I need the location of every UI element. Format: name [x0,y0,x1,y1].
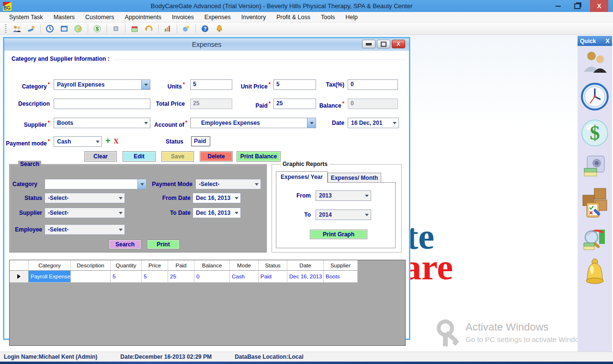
grid-cell-balance[interactable]: 0 [194,271,230,283]
reminder-bell-icon[interactable] [214,23,225,34]
search-panel-title: Search [18,161,41,167]
grid-column-header-mode[interactable]: Mode [230,260,259,271]
tab-expenses-year[interactable]: Expenses/ Year [276,171,328,183]
menu-item-masters[interactable]: Masters [48,12,80,22]
status-label: Status [148,138,182,145]
menu-item-expenses[interactable]: Expenses [199,12,236,22]
graph-from-combobox[interactable]: 2013 [316,190,371,201]
tax-input[interactable]: 0 [348,79,398,90]
search-button[interactable]: Search [109,240,141,249]
safe-icon[interactable] [110,23,122,34]
inventory-icon[interactable] [581,187,609,220]
invoice-edit-icon[interactable] [73,23,84,34]
chevron-down-icon [137,179,146,189]
grid-cell-date[interactable]: Dec 16, 2013 [287,271,324,283]
close-button[interactable]: X [590,0,608,12]
payment-mode-combobox[interactable]: Cash [54,136,102,147]
cleanup-icon[interactable] [181,23,192,34]
menu-item-help[interactable]: Help [340,12,363,22]
expenses-close-button[interactable] [392,40,405,48]
search-from-date-picker[interactable]: Dec 16, 2013 [193,193,241,203]
package-icon[interactable] [129,23,140,34]
grid-column-header-supplier[interactable]: Supplier [324,260,358,271]
title-bar: BG BodyCareGate Advanced (Trial Version)… [0,0,613,12]
grid-column-header-description[interactable]: Description [71,260,111,271]
search-to-date-picker[interactable]: Dec 16, 2013 [193,208,241,218]
svg-text:$: $ [96,26,99,32]
undo-icon[interactable] [143,23,155,34]
minimize-button[interactable] [552,1,564,11]
graph-to-combobox[interactable]: 2014 [316,210,371,220]
grid-cell-description[interactable] [71,271,111,283]
search-category-combobox[interactable] [45,179,147,189]
chart-icon[interactable] [162,23,173,34]
menu-item-profit-loss[interactable]: Profit & Loss [271,12,316,22]
grid-column-header-quantity[interactable]: Quantity [111,260,142,271]
grid-column-header-date[interactable]: Date [287,260,324,271]
taskbar-strip [0,362,613,364]
grid-cell-mode[interactable]: Cash [230,271,259,283]
menu-item-customers[interactable]: Customers [80,12,119,22]
grid-cell-quantity[interactable]: 5 [111,271,142,283]
paid-input[interactable]: 25 [273,99,316,109]
grid-cell-supplier[interactable]: Boots [324,271,358,283]
print-balance-button[interactable]: Print Balance [237,151,281,162]
restore-button[interactable] [571,1,583,11]
expenses-grid[interactable]: CategoryDescriptionQuantityPricePaidBala… [9,260,406,346]
supplier-combobox[interactable]: Boots [54,118,150,128]
clock-icon[interactable] [580,82,609,113]
quick-panel-close-icon[interactable]: X [605,37,610,44]
grid-cell-status[interactable]: Paid [259,271,287,283]
search-print-button[interactable]: Print [147,240,180,249]
grid-cell-category[interactable]: Payroll Expenses [29,271,71,283]
search-employee-combobox[interactable]: -Select- [45,224,125,235]
dollar-icon[interactable]: $ [580,119,609,149]
account-of-combobox[interactable]: Employees Expenses [190,118,316,128]
expenses-minimize-button[interactable] [362,40,375,48]
grid-cell-price[interactable]: 5 [142,271,168,283]
cash-safe-icon[interactable] [582,155,607,181]
grid-column-header-price[interactable]: Price [142,260,168,271]
save-button[interactable]: Save [161,151,194,162]
edit-button[interactable]: Edit [123,151,156,162]
balance-label: Balance [316,100,344,109]
expenses-maximize-button[interactable] [377,40,390,48]
menu-item-appointments[interactable]: Appointments [120,12,167,22]
menu-item-inventory[interactable]: Inventory [236,12,271,22]
category-combobox[interactable]: Payroll Expenses [54,79,150,90]
description-input[interactable] [54,99,150,109]
delete-payment-mode-icon[interactable]: X [114,137,119,145]
menu-item-tools[interactable]: Tools [316,12,340,22]
table-row[interactable]: Payroll Expenses55250CashPaidDec 16, 201… [10,271,405,283]
grid-column-header-status[interactable]: Status [259,260,287,271]
money-icon[interactable]: $ [91,23,103,34]
print-graph-button[interactable]: Print Graph [310,230,367,239]
search-supplier-combobox[interactable]: -Select- [45,208,125,218]
report-search-icon[interactable] [581,226,609,253]
date-picker[interactable]: 16 Dec, 201 [348,118,399,128]
calendar-icon[interactable] [58,23,70,34]
grid-cell-paid[interactable]: 25 [168,271,194,283]
svg-text:?: ? [204,26,207,32]
reminder-bell-icon[interactable] [583,258,607,290]
units-input[interactable]: 5 [190,79,232,90]
search-payment-mode-combobox[interactable]: -Select- [195,179,261,189]
customers-icon[interactable] [11,23,23,34]
menu-item-invoices[interactable]: Invoices [167,12,199,22]
tools-icon[interactable] [25,23,37,34]
grid-column-header-balance[interactable]: Balance [194,260,230,271]
clock-icon[interactable] [44,23,56,34]
grid-column-header-category[interactable]: Category [29,260,71,271]
grid-column-header-paid[interactable]: Paid [168,260,194,271]
delete-button[interactable]: Delete [200,151,233,162]
clear-button[interactable]: Clear [84,151,117,162]
add-payment-mode-icon[interactable]: + [105,136,111,146]
menu-item-system-task[interactable]: System Task [4,12,48,22]
customers-icon[interactable] [582,50,608,77]
row-selector-cell[interactable] [10,271,29,283]
unit-price-input[interactable]: 5 [273,79,316,90]
grid-corner-cell [10,260,29,271]
search-status-combobox[interactable]: -Select- [45,193,125,203]
help-icon[interactable]: ? [199,23,211,34]
tab-expenses-month[interactable]: Expenses/ Month [328,173,381,183]
